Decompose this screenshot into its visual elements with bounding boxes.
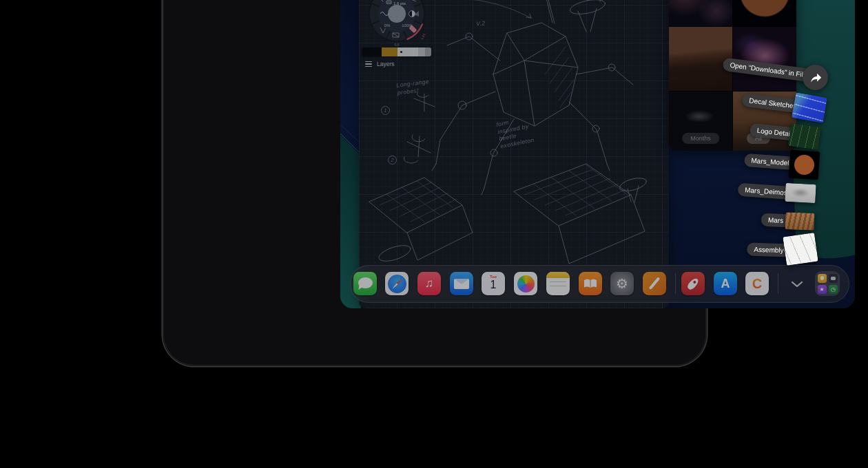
drag-thumb-mars-model[interactable]: [789, 150, 820, 180]
ipad-device-frame: Concepts_blue…: [163, 0, 707, 366]
drag-thumb-decal-sketches[interactable]: [792, 92, 827, 123]
forward-arrow-icon: [808, 70, 823, 85]
drag-thumb-assembly[interactable]: [783, 233, 818, 266]
drag-thumb-mars-deimos[interactable]: [785, 183, 816, 203]
drag-thumb-logo-detail[interactable]: [788, 123, 821, 150]
drag-and-drop-layer: Open “Downloads” in Files Decal Sketches…: [340, 0, 855, 308]
drag-thumb-mars[interactable]: [785, 212, 815, 230]
share-drop-button[interactable]: [803, 65, 828, 90]
ipad-screen: Concepts_blue…: [340, 0, 855, 308]
page-background: Concepts_blue…: [0, 0, 868, 468]
